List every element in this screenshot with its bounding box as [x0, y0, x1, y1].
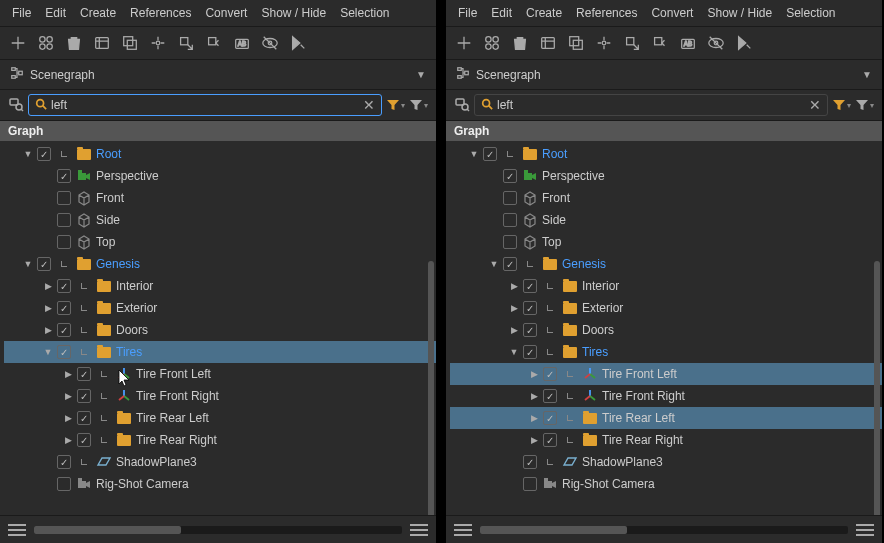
- menu-item[interactable]: Edit: [485, 4, 518, 22]
- filter-active-button[interactable]: ▾: [386, 98, 405, 112]
- toolbar-button-3[interactable]: [538, 33, 558, 53]
- tree-row[interactable]: Rig-Shot Camera: [450, 473, 882, 495]
- tree-row[interactable]: ▶Doors: [4, 319, 436, 341]
- toolbar-button-1[interactable]: [36, 33, 56, 53]
- visibility-checkbox[interactable]: [57, 477, 71, 491]
- toolbar-button-3[interactable]: [92, 33, 112, 53]
- tree-row[interactable]: Perspective: [450, 165, 882, 187]
- visibility-checkbox[interactable]: [57, 455, 71, 469]
- tree-row[interactable]: ▶Exterior: [4, 297, 436, 319]
- menu-left-icon[interactable]: [454, 524, 472, 536]
- expand-toggle[interactable]: ▼: [22, 259, 34, 269]
- tree-view[interactable]: ▼RootPerspectiveFrontSideTop▼Genesis▶Int…: [446, 141, 882, 515]
- tree-row[interactable]: ▶Tire Front Left: [450, 363, 882, 385]
- tree-row[interactable]: Front: [4, 187, 436, 209]
- tree-row[interactable]: ▼Root: [4, 143, 436, 165]
- clear-search-icon[interactable]: ✕: [809, 97, 821, 113]
- filter-button[interactable]: ▾: [409, 98, 428, 112]
- visibility-checkbox[interactable]: [57, 301, 71, 315]
- horizontal-scrollbar[interactable]: [34, 526, 402, 534]
- visibility-checkbox[interactable]: [503, 191, 517, 205]
- expand-toggle[interactable]: ▶: [508, 303, 520, 313]
- visibility-checkbox[interactable]: [523, 279, 537, 293]
- menu-item[interactable]: File: [6, 4, 37, 22]
- tree-row[interactable]: ▶Doors: [450, 319, 882, 341]
- tree-row[interactable]: ▶Exterior: [450, 297, 882, 319]
- search-input[interactable]: [497, 98, 805, 112]
- visibility-checkbox[interactable]: [57, 213, 71, 227]
- clear-search-icon[interactable]: ✕: [363, 97, 375, 113]
- menu-item[interactable]: Show / Hide: [701, 4, 778, 22]
- toolbar-button-9[interactable]: [260, 33, 280, 53]
- dropdown-caret-icon[interactable]: ▼: [862, 69, 872, 80]
- visibility-checkbox[interactable]: [77, 367, 91, 381]
- horizontal-scrollbar[interactable]: [480, 526, 848, 534]
- tree-row[interactable]: Rig-Shot Camera: [4, 473, 436, 495]
- search-box[interactable]: ✕: [28, 94, 382, 116]
- tree-row[interactable]: ShadowPlane3: [450, 451, 882, 473]
- toolbar-button-8[interactable]: AB: [678, 33, 698, 53]
- tree-row[interactable]: ▼Tires: [4, 341, 436, 363]
- toolbar-button-2[interactable]: [510, 33, 530, 53]
- visibility-checkbox[interactable]: [37, 257, 51, 271]
- toolbar-button-6[interactable]: [176, 33, 196, 53]
- toolbar-button-2[interactable]: [64, 33, 84, 53]
- visibility-checkbox[interactable]: [503, 235, 517, 249]
- expand-toggle[interactable]: ▶: [528, 391, 540, 401]
- filter-button[interactable]: ▾: [855, 98, 874, 112]
- find-replace-icon[interactable]: [454, 96, 470, 115]
- toolbar-button-10[interactable]: [734, 33, 754, 53]
- visibility-checkbox[interactable]: [503, 213, 517, 227]
- expand-toggle[interactable]: ▼: [508, 347, 520, 357]
- expand-toggle[interactable]: ▶: [528, 435, 540, 445]
- visibility-checkbox[interactable]: [543, 367, 557, 381]
- tree-row[interactable]: ▶Tire Front Right: [450, 385, 882, 407]
- menu-right-icon[interactable]: [410, 524, 428, 536]
- tree-row[interactable]: ▶Tire Rear Left: [450, 407, 882, 429]
- tree-row[interactable]: Side: [4, 209, 436, 231]
- dropdown-caret-icon[interactable]: ▼: [416, 69, 426, 80]
- toolbar-button-6[interactable]: [622, 33, 642, 53]
- toolbar-button-5[interactable]: [594, 33, 614, 53]
- visibility-checkbox[interactable]: [57, 169, 71, 183]
- menu-item[interactable]: Selection: [780, 4, 841, 22]
- toolbar-button-8[interactable]: AB: [232, 33, 252, 53]
- toolbar-button-7[interactable]: [204, 33, 224, 53]
- expand-toggle[interactable]: ▶: [508, 325, 520, 335]
- tree-row[interactable]: ▶Interior: [4, 275, 436, 297]
- expand-toggle[interactable]: ▼: [488, 259, 500, 269]
- visibility-checkbox[interactable]: [543, 389, 557, 403]
- menu-item[interactable]: References: [570, 4, 643, 22]
- toolbar-button-9[interactable]: [706, 33, 726, 53]
- expand-toggle[interactable]: ▶: [42, 303, 54, 313]
- tree-row[interactable]: Perspective: [4, 165, 436, 187]
- filter-active-button[interactable]: ▾: [832, 98, 851, 112]
- menu-item[interactable]: Convert: [199, 4, 253, 22]
- scenegraph-header[interactable]: Scenegraph▼: [0, 60, 436, 90]
- toolbar-button-0[interactable]: [454, 33, 474, 53]
- tree-row[interactable]: ▶Tire Front Left: [4, 363, 436, 385]
- toolbar-button-5[interactable]: [148, 33, 168, 53]
- tree-row[interactable]: Front: [450, 187, 882, 209]
- menu-right-icon[interactable]: [856, 524, 874, 536]
- toolbar-button-7[interactable]: [650, 33, 670, 53]
- visibility-checkbox[interactable]: [523, 323, 537, 337]
- tree-row[interactable]: Side: [450, 209, 882, 231]
- expand-toggle[interactable]: ▶: [528, 369, 540, 379]
- visibility-checkbox[interactable]: [543, 411, 557, 425]
- visibility-checkbox[interactable]: [543, 433, 557, 447]
- tree-row[interactable]: ▶Tire Rear Left: [4, 407, 436, 429]
- tree-row[interactable]: ▶Tire Front Right: [4, 385, 436, 407]
- menu-item[interactable]: References: [124, 4, 197, 22]
- visibility-checkbox[interactable]: [37, 147, 51, 161]
- menu-item[interactable]: File: [452, 4, 483, 22]
- tree-row[interactable]: ▼Genesis: [4, 253, 436, 275]
- tree-row[interactable]: ShadowPlane3: [4, 451, 436, 473]
- menu-item[interactable]: Selection: [334, 4, 395, 22]
- expand-toggle[interactable]: ▶: [42, 325, 54, 335]
- visibility-checkbox[interactable]: [523, 455, 537, 469]
- expand-toggle[interactable]: ▼: [22, 149, 34, 159]
- visibility-checkbox[interactable]: [523, 345, 537, 359]
- menu-item[interactable]: Edit: [39, 4, 72, 22]
- expand-toggle[interactable]: ▶: [62, 369, 74, 379]
